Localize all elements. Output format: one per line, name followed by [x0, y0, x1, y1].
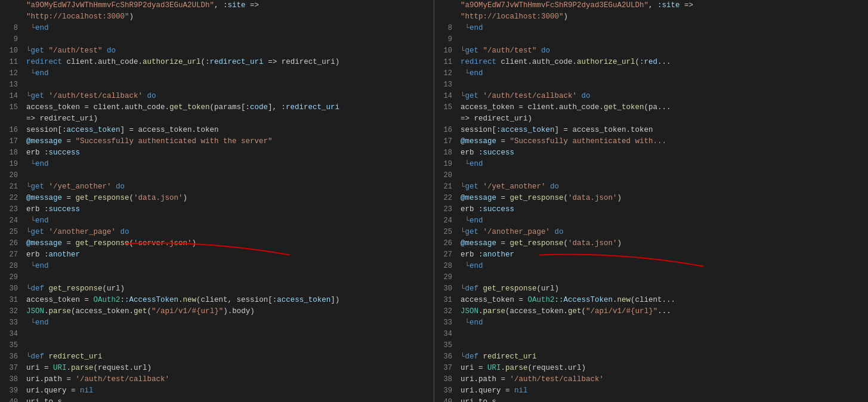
line-number: 18 — [0, 147, 23, 159]
line-content: └def get_response(url) — [457, 283, 559, 295]
line-content — [457, 34, 465, 45]
line-number: 32 — [0, 306, 23, 317]
line-number: 13 — [0, 79, 23, 91]
line-number: 11 — [0, 57, 23, 68]
line-number: 19 — [434, 159, 457, 170]
code-line: 20 — [434, 170, 868, 181]
line-number: 24 — [0, 215, 23, 227]
line-content — [457, 340, 465, 351]
line-content: erb :success — [457, 204, 514, 215]
code-line: 31 access_token = OAuth2::AccessToken.ne… — [0, 295, 434, 306]
code-line: 29 — [434, 272, 868, 283]
code-line: 25└get '/another_page' do — [434, 227, 868, 238]
code-line: 19 └end — [434, 159, 868, 170]
code-line: 32 JSON.parse(access_token.get("/api/v1/… — [434, 306, 868, 317]
line-number: 25 — [0, 227, 23, 238]
line-content: └end — [457, 159, 483, 170]
code-line: 16 session[:access_token] = access_token… — [0, 125, 434, 136]
line-number: 15 — [0, 102, 23, 113]
line-number: 26 — [434, 238, 457, 249]
line-number: 20 — [0, 170, 23, 181]
code-line: 24 └end — [0, 215, 434, 227]
line-content: └def get_response(url) — [23, 283, 125, 295]
line-number: 9 — [434, 34, 457, 45]
line-content — [23, 79, 31, 91]
code-line: 15 access_token = client.auth_code.get_t… — [0, 102, 434, 113]
code-line: 10└get "/auth/test" do — [434, 45, 868, 57]
right-code-area: "a9OMyEdW7JvWThHmmvFcShR9P2dyad3EGuA2ULD… — [434, 0, 868, 402]
code-line: 17 @message = "Successfully authenticate… — [434, 136, 868, 147]
code-line: 34 — [0, 329, 434, 340]
line-content — [23, 272, 31, 283]
code-line: 26 @message = get_response('data.json') — [434, 238, 868, 249]
line-content: access_token = OAuth2::AccessToken.new(c… — [457, 295, 675, 306]
line-number: 36 — [434, 351, 457, 363]
code-line: 40 uri.to_s — [0, 397, 434, 402]
line-content: └end — [23, 215, 49, 227]
line-number: 22 — [0, 193, 23, 204]
code-line: 21└get '/yet_another' do — [0, 181, 434, 193]
line-number — [0, 11, 23, 23]
line-content: uri.to_s — [457, 397, 496, 402]
line-number: 13 — [434, 79, 457, 91]
code-line: 27 erb :another — [0, 249, 434, 261]
code-line: 9 — [0, 34, 434, 45]
code-line: 14└get '/auth/test/callback' do — [0, 91, 434, 102]
line-content: erb :success — [457, 147, 514, 159]
line-content: uri.path = '/auth/test/callback' — [457, 374, 604, 385]
line-content: └end — [23, 159, 49, 170]
code-line: 18 erb :success — [0, 147, 434, 159]
line-number: 38 — [0, 374, 23, 385]
line-content — [23, 34, 31, 45]
code-line: 24 └end — [434, 215, 868, 227]
line-content — [457, 170, 465, 181]
line-number: 17 — [434, 136, 457, 147]
left-code-area: "a9OMyEdW7JvWThHmmvFcShR9P2dyad3EGuA2ULD… — [0, 0, 434, 402]
code-line: 33 └end — [0, 317, 434, 329]
line-number: 21 — [0, 181, 23, 193]
line-number: 19 — [0, 159, 23, 170]
code-line: 23 erb :success — [434, 204, 868, 215]
code-line: 21└get '/yet_another' do — [434, 181, 868, 193]
code-line: 27 erb :another — [434, 249, 868, 261]
code-line: 26 @message = get_response('server.json'… — [0, 238, 434, 249]
code-line: 13 — [0, 79, 434, 91]
line-content: @message = get_response('data.json') — [23, 193, 187, 204]
line-number: 33 — [434, 317, 457, 329]
line-content: @message = "Successfully authenticated w… — [457, 136, 666, 147]
line-content: └get "/auth/test" do — [23, 45, 116, 57]
line-number: 12 — [434, 68, 457, 79]
line-number — [434, 0, 457, 11]
line-content: uri = URI.parse(request.url) — [23, 363, 152, 374]
code-line: 35 — [434, 340, 868, 351]
line-number — [0, 113, 23, 125]
code-line: 23 erb :success — [0, 204, 434, 215]
line-content: └end — [457, 261, 483, 272]
line-number: 17 — [0, 136, 23, 147]
line-content: uri.to_s — [23, 397, 62, 402]
code-line: 29 — [0, 272, 434, 283]
line-number: 31 — [434, 295, 457, 306]
line-content: access_token = OAuth2::AccessToken.new(c… — [23, 295, 339, 306]
line-number — [0, 0, 23, 11]
line-number — [434, 113, 457, 125]
line-content: session[:access_token] = access_token.to… — [23, 125, 219, 136]
code-line: 19 └end — [0, 159, 434, 170]
line-content: @message = get_response('data.json') — [457, 238, 622, 249]
line-number: 27 — [0, 249, 23, 261]
line-number: 23 — [0, 204, 23, 215]
line-number: 23 — [434, 204, 457, 215]
code-line: 39 uri.query = nil — [0, 385, 434, 397]
line-content — [23, 340, 31, 351]
line-number: 8 — [0, 23, 23, 34]
line-number: 34 — [0, 329, 23, 340]
line-content: └end — [23, 23, 49, 34]
line-content: uri.query = nil — [23, 385, 94, 397]
code-line: 30└def get_response(url) — [434, 283, 868, 295]
line-number: 24 — [434, 215, 457, 227]
line-number: 10 — [0, 45, 23, 57]
code-line: 40 uri.to_s — [434, 397, 868, 402]
line-number — [434, 11, 457, 23]
line-content: @message = get_response('server.json') — [23, 238, 196, 249]
line-number: 30 — [434, 283, 457, 295]
